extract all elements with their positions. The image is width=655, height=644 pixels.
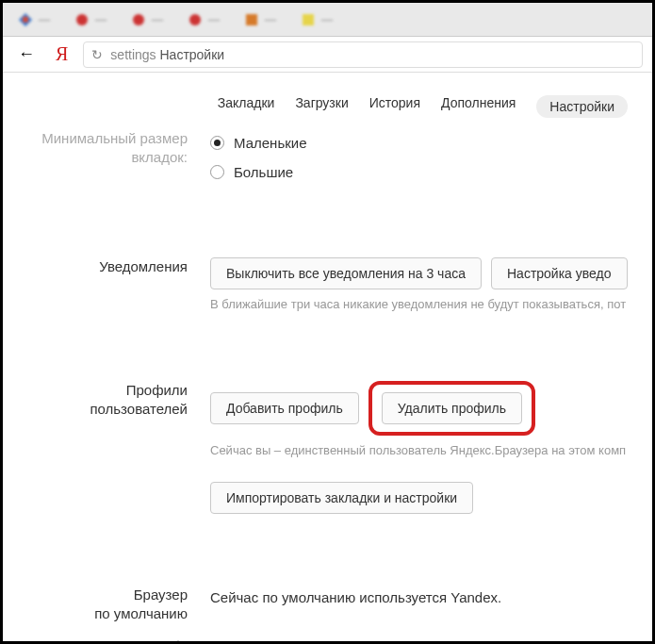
section-profiles: Профили пользователей Добавить профиль У…	[3, 381, 652, 521]
browser-toolbar: ← Я ↻ settings Настройки	[3, 37, 652, 73]
section-tab-size: Минимальный размер вкладок: Маленькие Бо…	[3, 131, 652, 193]
radio-small-tabs[interactable]: Маленькие	[210, 135, 652, 151]
section-label: Уведомления	[3, 257, 210, 276]
dot-icon	[188, 12, 203, 27]
add-profile-button[interactable]: Добавить профиль	[210, 392, 359, 424]
tab-label: —	[208, 13, 220, 26]
dot-icon	[131, 12, 146, 27]
nav-downloads[interactable]: Загрузки	[295, 95, 348, 118]
browser-tab[interactable]: —	[123, 8, 171, 31]
radio-icon	[210, 165, 224, 179]
browser-tab[interactable]: —	[10, 8, 57, 31]
section-label: Профили пользователей	[3, 381, 210, 418]
nav-settings[interactable]: Настройки	[536, 95, 628, 118]
browser-tab[interactable]: —	[293, 8, 340, 31]
nav-history[interactable]: История	[369, 95, 420, 118]
dot-icon	[74, 12, 90, 27]
yandex-logo-icon[interactable]: Я	[52, 43, 72, 65]
radio-large-tabs[interactable]: Большие	[210, 164, 652, 180]
reload-icon[interactable]: ↻	[91, 47, 103, 62]
section-label: Минимальный размер вкладок:	[3, 129, 210, 166]
browser-tab[interactable]: —	[237, 8, 284, 31]
browser-tab[interactable]: —	[67, 8, 114, 31]
section-notifications: Уведомления Выключить все уведомления на…	[3, 257, 652, 336]
section-default-browser: Браузер по умолчанию Сейчас по умолчанию…	[3, 586, 652, 630]
svg-point-2	[76, 14, 88, 25]
nav-bookmarks[interactable]: Закладки	[218, 95, 275, 118]
address-bar[interactable]: ↻ settings Настройки	[83, 41, 643, 68]
browser-tab[interactable]: —	[180, 8, 227, 31]
section-turbo: Турбо Автоматически включать при медленн…	[3, 637, 652, 644]
svg-rect-5	[246, 14, 257, 25]
tab-label: —	[265, 13, 276, 26]
browser-tab-strip: — — — — — —	[3, 3, 652, 37]
square-icon	[244, 12, 259, 27]
highlight-annotation: Удалить профиль	[368, 381, 535, 436]
import-bookmarks-button[interactable]: Импортировать закладки и настройки	[210, 482, 473, 514]
nav-addons[interactable]: Дополнения	[441, 95, 516, 118]
settings-nav: Закладки Загрузки История Дополнения Нас…	[3, 73, 652, 131]
section-label: Турбо	[3, 637, 210, 644]
svg-rect-6	[303, 14, 314, 25]
section-label: Браузер по умолчанию	[3, 586, 210, 622]
tab-label: —	[321, 13, 333, 26]
tab-label: —	[95, 13, 106, 26]
tab-label: —	[152, 13, 163, 26]
back-button[interactable]: ←	[12, 41, 41, 68]
notifications-hint: В ближайшие три часа никакие уведомления…	[210, 297, 652, 311]
tab-label: —	[39, 13, 50, 26]
default-browser-status: Сейчас по умолчанию используется Yandex.	[210, 589, 652, 605]
notification-settings-button[interactable]: Настройка уведо	[491, 257, 628, 289]
radio-label: Большие	[234, 164, 293, 180]
svg-point-4	[189, 14, 201, 25]
address-text: settings Настройки	[110, 47, 224, 62]
radio-icon	[210, 136, 224, 150]
profiles-hint: Сейчас вы – единственный пользователь Ян…	[210, 443, 652, 457]
square-icon	[301, 12, 316, 27]
mute-notifications-button[interactable]: Выключить все уведомления на 3 часа	[210, 257, 482, 289]
remove-profile-button[interactable]: Удалить профиль	[382, 392, 522, 424]
svg-point-3	[133, 14, 144, 25]
radio-label: Маленькие	[234, 135, 306, 151]
diamond-icon	[18, 12, 33, 27]
